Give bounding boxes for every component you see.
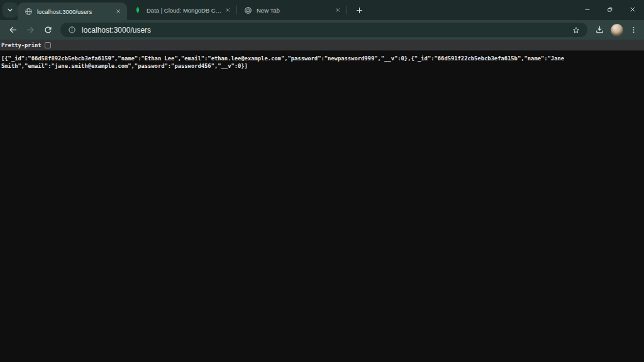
plus-icon [355,6,364,14]
tab-title: New Tab [257,7,333,14]
json-response-text: [{"_id":"66d58f892cb5ebcb3efa6159","name… [0,51,644,70]
profile-avatar[interactable] [611,24,623,36]
globe-icon [24,7,33,16]
forward-icon [26,25,35,35]
download-icon [595,25,604,35]
url-text: localhost:3000/users [82,26,570,35]
close-icon [335,8,340,13]
bookmark-star-icon [572,26,580,35]
tab-close-button[interactable] [333,5,343,15]
window-controls [576,0,644,19]
close-icon [225,8,230,13]
pretty-print-checkbox[interactable] [45,42,51,48]
tab-close-button[interactable] [223,5,233,15]
tab-title: Data | Cloud: MongoDB Cloud [147,7,223,14]
tab-search-button[interactable] [3,3,18,18]
chevron-down-icon [6,6,14,14]
tab-mongodb-cloud[interactable]: Data | Cloud: MongoDB Cloud [127,1,236,19]
restore-icon [606,6,614,13]
tab-title: localhost:3000/users [37,8,113,15]
pretty-print-bar: Pretty-print [0,40,644,51]
site-info-button[interactable] [66,25,77,36]
close-window-button[interactable] [621,0,644,19]
forward-button[interactable] [22,22,38,38]
minimize-icon [584,6,591,13]
reload-button[interactable] [40,22,56,38]
tab-strip: localhost:3000/users Data | Cloud: Mongo… [0,0,644,20]
page-content: [{"_id":"66d58f892cb5ebcb3efa6159","name… [0,51,644,362]
tab-localhost-users[interactable]: localhost:3000/users [18,3,127,20]
tab-close-button[interactable] [113,6,123,16]
reload-icon [43,25,53,35]
browser-toolbar: localhost:3000/users [0,20,644,40]
close-icon [629,6,636,13]
info-icon [68,26,76,34]
address-bar[interactable]: localhost:3000/users [60,23,587,37]
browser-menu-button[interactable] [626,22,640,38]
tab-separator [347,6,347,14]
back-icon [8,25,18,35]
kebab-menu-icon [630,26,638,34]
restore-button[interactable] [599,0,621,19]
tab-new-tab[interactable]: New Tab [237,1,347,19]
bookmark-button[interactable] [570,24,582,36]
chrome-icon [243,6,252,14]
pretty-print-label: Pretty-print [1,42,42,48]
back-button[interactable] [4,22,21,38]
mongodb-leaf-icon [133,6,142,14]
new-tab-button[interactable] [351,2,367,18]
browser-window: localhost:3000/users Data | Cloud: Mongo… [0,0,644,362]
close-icon [116,9,121,14]
downloads-button[interactable] [591,22,608,38]
minimize-button[interactable] [576,0,599,19]
